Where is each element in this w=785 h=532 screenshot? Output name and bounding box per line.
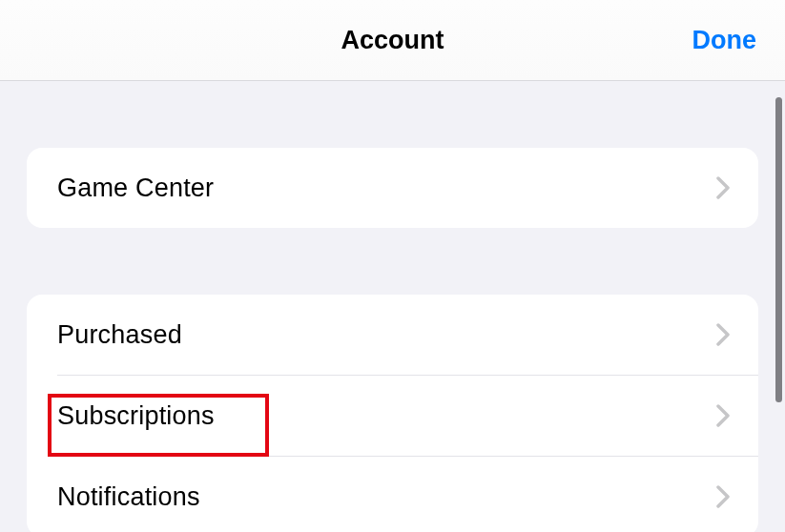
nav-bar: Account Done xyxy=(0,0,785,81)
row-label: Subscriptions xyxy=(57,401,215,431)
row-game-center[interactable]: Game Center xyxy=(27,148,758,228)
row-subscriptions[interactable]: Subscriptions xyxy=(27,376,758,456)
content-area: Game Center Purchased Subscriptions Noti… xyxy=(0,81,785,532)
row-purchased[interactable]: Purchased xyxy=(27,295,758,375)
scrollbar[interactable] xyxy=(775,97,782,402)
row-notifications[interactable]: Notifications xyxy=(27,457,758,532)
row-label: Notifications xyxy=(57,482,200,512)
chevron-right-icon xyxy=(716,485,730,508)
chevron-right-icon xyxy=(716,323,730,346)
page-title: Account xyxy=(341,26,444,55)
settings-group-purchases: Purchased Subscriptions Notifications xyxy=(27,295,758,532)
row-label: Purchased xyxy=(57,320,182,350)
row-label: Game Center xyxy=(57,174,214,203)
done-button[interactable]: Done xyxy=(692,26,757,55)
chevron-right-icon xyxy=(716,176,730,199)
chevron-right-icon xyxy=(716,404,730,427)
settings-group-game-center: Game Center xyxy=(27,148,758,228)
